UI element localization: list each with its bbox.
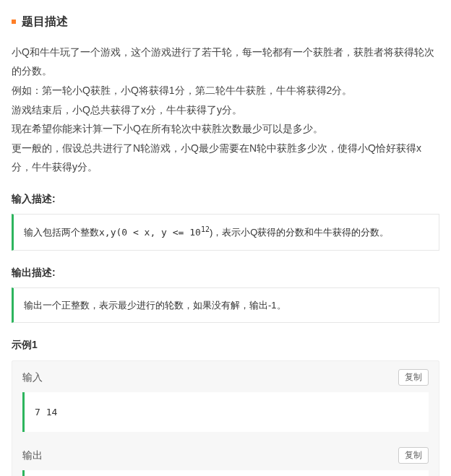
title-text: 题目描述	[22, 12, 68, 33]
example-input-label: 输入	[22, 368, 43, 386]
output-desc-label: 输出描述:	[12, 264, 439, 282]
input-desc-exp: 12	[201, 225, 210, 233]
input-desc-label: 输入描述:	[12, 190, 439, 208]
input-desc-suffix: )，表示小Q获得的分数和牛牛获得的分数。	[210, 227, 389, 238]
output-desc-text: 输出一个正整数，表示最少进行的轮数，如果没有解，输出-1。	[24, 300, 286, 311]
copy-input-button[interactable]: 复制	[398, 369, 429, 386]
example-output-content: 2	[22, 470, 429, 476]
example-block: 输入 复制 7 14 输出 复制 2	[12, 360, 439, 476]
example-output-header: 输出 复制	[12, 439, 439, 470]
output-desc-box: 输出一个正整数，表示最少进行的轮数，如果没有解，输出-1。	[12, 287, 439, 323]
example-output-label: 输出	[22, 446, 43, 464]
input-desc-box: 输入包括两个整数x,y(0 < x, y <= 1012)，表示小Q获得的分数和…	[12, 214, 439, 251]
problem-title: 题目描述	[12, 12, 439, 33]
example-input-content: 7 14	[22, 392, 429, 432]
example-input-header: 输入 复制	[12, 361, 439, 392]
title-marker	[12, 20, 16, 24]
copy-output-button[interactable]: 复制	[398, 447, 429, 464]
problem-description: 小Q和牛牛玩了一个游戏，这个游戏进行了若干轮，每一轮都有一个获胜者，获胜者将获得…	[12, 43, 439, 177]
example-label: 示例1	[12, 336, 439, 354]
input-desc-prefix: 输入包括两个整数x,y(0 < x, y <= 10	[24, 227, 201, 238]
